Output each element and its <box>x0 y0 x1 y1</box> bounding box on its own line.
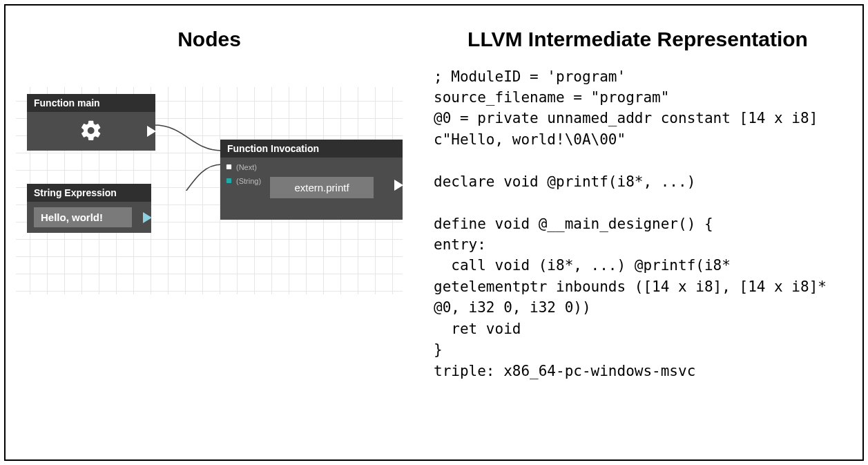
node-string-expression[interactable]: String Expression Hello, world! <box>27 184 151 233</box>
gear-icon <box>79 119 103 142</box>
string-value-field[interactable]: Hello, world! <box>34 207 132 227</box>
nodes-pane: Nodes Function main <box>6 6 413 459</box>
output-port-icon[interactable] <box>143 212 152 223</box>
input-port-string-label: (String) <box>236 177 261 185</box>
invocation-target-field[interactable]: extern.printf <box>270 177 374 198</box>
node-function-invocation-body: (Next) (String) extern.printf <box>220 158 403 220</box>
port-dot-icon <box>226 164 232 170</box>
output-port-icon[interactable] <box>147 126 156 137</box>
node-function-main[interactable]: Function main <box>27 94 155 151</box>
wire-main-to-next <box>154 125 222 151</box>
wire-string-to-string <box>148 164 222 191</box>
nodes-title: Nodes <box>177 26 241 53</box>
node-canvas[interactable]: Function main String Expression Hello, w… <box>16 87 403 294</box>
output-port-icon[interactable] <box>394 180 403 191</box>
ir-code-block: ; ModuleID = 'program' source_filename =… <box>434 66 842 382</box>
node-function-main-title: Function main <box>27 94 155 112</box>
svg-rect-0 <box>226 164 231 169</box>
diagram-frame: Nodes Function main <box>4 4 864 461</box>
node-function-invocation[interactable]: Function Invocation (Next) (String) exte… <box>220 140 403 220</box>
ir-pane: LLVM Intermediate Representation ; Modul… <box>413 6 862 459</box>
input-port-next-label: (Next) <box>236 163 257 171</box>
node-string-expression-body: Hello, world! <box>27 202 151 233</box>
input-port-next[interactable]: (Next) <box>226 160 382 174</box>
svg-rect-1 <box>226 178 231 183</box>
node-function-invocation-title: Function Invocation <box>220 140 403 158</box>
port-dot-icon <box>226 178 232 184</box>
ir-title: LLVM Intermediate Representation <box>434 26 842 53</box>
node-string-expression-title: String Expression <box>27 184 151 202</box>
node-function-main-body <box>27 112 155 151</box>
